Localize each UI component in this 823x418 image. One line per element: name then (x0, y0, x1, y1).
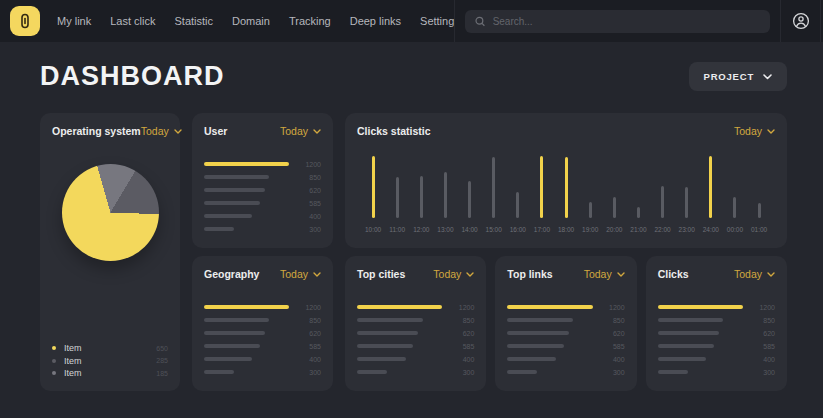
bar (685, 187, 688, 218)
nav-item-tracking[interactable]: Tracking (289, 15, 331, 27)
bar (204, 331, 265, 335)
bar-track (204, 227, 289, 231)
bar-row: 850 (204, 175, 321, 179)
bar-track (637, 156, 640, 218)
bar-track (204, 305, 289, 309)
chevron-down-icon (763, 74, 772, 80)
legend-dot (52, 359, 56, 363)
bar-track (589, 156, 592, 218)
bar (658, 357, 707, 361)
x-axis-label: 23:00 (679, 226, 695, 233)
support-button[interactable] (781, 0, 820, 42)
bar (204, 227, 234, 231)
card-title: Top cities (357, 268, 405, 280)
bar-track (507, 331, 592, 335)
bar-track (204, 175, 289, 179)
x-axis-label: 00:00 (727, 226, 743, 233)
x-axis-label: 24:00 (703, 226, 719, 233)
card-header: Operating system Today (52, 125, 168, 137)
card-clicks-statistic: Clicks statistic Today 10:0011:0012:0013… (345, 113, 787, 248)
bar-track (507, 305, 592, 309)
bar-row: 300 (658, 370, 775, 374)
nav-item-statistic[interactable]: Statistic (174, 15, 213, 27)
bar (468, 181, 471, 218)
period-dropdown[interactable]: Today (280, 268, 321, 280)
bar (204, 318, 269, 322)
bar-value: 400 (601, 356, 625, 363)
bar-value: 620 (297, 330, 321, 337)
bar-column: 23:00 (675, 156, 699, 233)
period-dropdown[interactable]: Today (734, 268, 775, 280)
hbar-chart: 1200850620585400300 (204, 305, 321, 374)
period-dropdown[interactable]: Today (734, 125, 775, 137)
bar-track (357, 357, 442, 361)
period-label: Today (280, 125, 308, 137)
chevron-down-icon (767, 129, 775, 134)
search-input[interactable] (493, 16, 761, 27)
bar-row: 620 (658, 331, 775, 335)
legend-dot (52, 346, 56, 350)
bar-row: 400 (507, 357, 624, 361)
project-button[interactable]: PROJECT (689, 62, 787, 91)
x-axis-label: 15:00 (486, 226, 502, 233)
bar-track (613, 156, 616, 218)
bar-row: 585 (204, 344, 321, 348)
bar-value: 850 (601, 317, 625, 324)
legend-value: 185 (156, 370, 168, 377)
bar-column: 12:00 (409, 156, 433, 233)
bar (758, 203, 761, 218)
bar-row: 300 (204, 227, 321, 231)
period-dropdown[interactable]: Today (584, 268, 625, 280)
bar-track (758, 156, 761, 218)
bar-row: 585 (204, 201, 321, 205)
period-dropdown[interactable]: Today (141, 125, 182, 137)
period-dropdown[interactable]: Today (433, 268, 474, 280)
bar-value: 850 (297, 174, 321, 181)
bar (396, 177, 399, 218)
period-dropdown[interactable]: Today (280, 125, 321, 137)
nav-item-deep-links[interactable]: Deep links (350, 15, 401, 27)
bar (357, 370, 387, 374)
bar (372, 156, 375, 218)
legend-label: Item (64, 368, 156, 378)
bar-value: 400 (751, 356, 775, 363)
bar-value: 1200 (297, 304, 321, 311)
bar-track (507, 370, 592, 374)
nav-menu: My linkLast clickStatisticDomainTracking… (57, 15, 454, 27)
chevron-down-icon (174, 129, 182, 134)
bar (658, 370, 688, 374)
bar-row: 1200 (658, 305, 775, 309)
nav-item-last-click[interactable]: Last click (110, 15, 155, 27)
legend-item: Item650 (52, 344, 168, 352)
bar-track (204, 162, 289, 166)
nav-item-domain[interactable]: Domain (232, 15, 270, 27)
search-icon (475, 16, 485, 27)
bar (357, 305, 442, 309)
card-geography: Geography Today 1200850620585400300 (192, 256, 333, 391)
x-axis-label: 01:00 (751, 226, 767, 233)
nav-item-my-link[interactable]: My link (57, 15, 91, 27)
x-axis-label: 22:00 (654, 226, 670, 233)
bar-track (661, 156, 664, 218)
bar-row: 585 (658, 344, 775, 348)
card-header: Top links Today (507, 268, 624, 280)
bar-track (733, 156, 736, 218)
pie-legend: Item650Item285Item185 (52, 344, 168, 379)
bar-value: 585 (601, 343, 625, 350)
bar-column: 19:00 (578, 156, 602, 233)
hbar-chart: 1200850620585400300 (658, 305, 775, 374)
bar-value: 620 (751, 330, 775, 337)
legend-value: 285 (156, 357, 168, 364)
bar-value: 620 (297, 187, 321, 194)
nav-item-setting[interactable]: Setting (420, 15, 454, 27)
bar (204, 162, 289, 166)
hbar-chart: 1200850620585400300 (507, 305, 624, 374)
logo[interactable] (10, 6, 40, 36)
bar-track (372, 156, 375, 218)
search-box[interactable] (465, 10, 770, 33)
bar-track (507, 357, 592, 361)
bar (507, 357, 556, 361)
bar-column: 13:00 (433, 156, 457, 233)
bar (204, 201, 260, 205)
chevron-down-icon (767, 272, 775, 277)
